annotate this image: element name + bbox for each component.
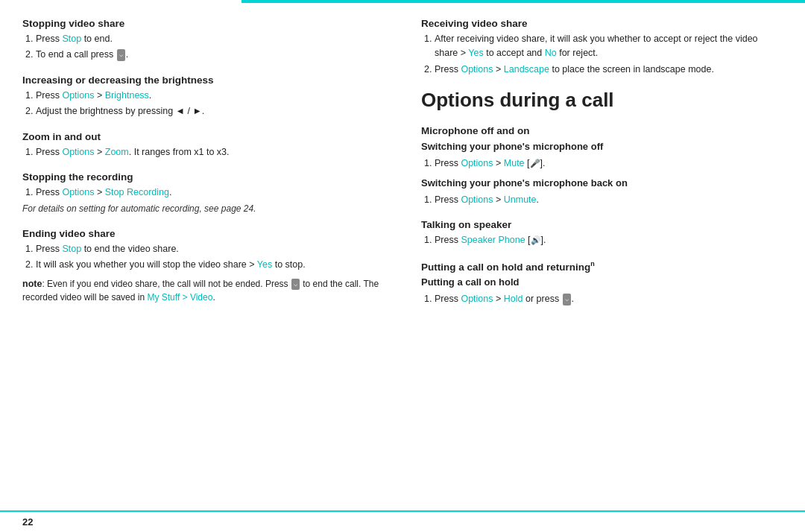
left-column: Stopping video share Press Stop to end. … [22,18,391,503]
list-item: Press Options > Unmute. [435,193,783,207]
link-stop-recording: Stop Recording [105,187,169,197]
italic-note: For details on setting for automatic rec… [22,202,384,216]
link-zoom: Zoom [105,147,129,157]
link-hold: Hold [504,294,523,304]
link-mute: Mute [504,158,525,168]
section-content: Press Options > Brightness. Adjust the b… [22,89,384,119]
list-item: Press Stop to end. [36,32,384,46]
end-call-icon-note: ⌵ [291,279,300,291]
link-stop: Stop [62,244,81,254]
list-item: Press Stop to end the video share. [36,242,384,256]
bottom-bar: 22 [0,510,805,532]
section-brightness: Increasing or decreasing the brightness … [22,75,384,119]
list-item: After receiving video share, it will ask… [435,32,783,61]
list-item: Adjust the brightness by pressing ◄ / ►. [36,104,384,118]
link-brightness: Brightness [105,90,149,101]
section-microphone: Microphone off and on Switching your pho… [421,125,783,207]
footnote-marker: n [590,260,595,267]
section-talking-on-speaker: Talking on speaker Press Speaker Phone [… [421,219,783,247]
link-unmute: Unmute [504,194,537,205]
section-title: Zoom in and out [22,131,384,142]
note-label: note [22,279,42,289]
section-ending-video-share: Ending video share Press Stop to end the… [22,228,384,305]
list-item: It will ask you whether you will stop th… [36,258,384,272]
subsection-mute-off: Switching your phone's microphone off Pr… [421,139,783,171]
section-stopping-video-share: Stopping video share Press Stop to end. … [22,18,384,63]
link-options: Options [461,64,493,75]
link-options: Options [62,90,94,101]
section-content: Press Options > Stop Recording. For deta… [22,186,384,216]
section-content: Switching your phone's microphone off Pr… [421,139,783,207]
note-block: note: Even if you end video share, the c… [22,277,384,305]
link-options: Options [461,294,493,304]
link-yes: Yes [257,259,272,270]
list-item: Press Options > Hold or press ⌵. [435,292,783,306]
link-no: No [545,48,557,58]
section-stopping-recording: Stopping the recording Press Options > S… [22,171,384,216]
section-title: Putting a call on hold and returningn [421,260,783,273]
subsection-title: Switching your phone's microphone back o… [421,176,783,191]
link-landscape: Landscape [504,64,549,75]
section-content: Press Speaker Phone [🔊]. [421,233,783,247]
end-call-icon-hold: ⌵ [563,294,571,305]
section-zoom: Zoom in and out Press Options > Zoom. It… [22,131,384,159]
content-area: Stopping video share Press Stop to end. … [0,3,805,510]
subsection-title: Putting a call on hold [421,275,783,290]
section-content: Press Stop to end the video share. It wi… [22,242,384,305]
main-heading: Options during a call [421,89,783,112]
right-column: Receiving video share After receiving vi… [414,18,783,503]
list-item: To end a call press ⌵. [36,48,384,62]
link-options: Options [62,187,94,197]
section-call-on-hold: Putting a call on hold and returningn Pu… [421,260,783,307]
section-title: Stopping the recording [22,171,384,183]
section-title: Increasing or decreasing the brightness [22,75,384,86]
section-content: Putting a call on hold Press Options > H… [421,275,783,307]
section-title: Ending video share [22,228,384,239]
section-content: After receiving video share, it will ask… [421,32,783,77]
page-container: Stopping video share Press Stop to end. … [0,0,805,532]
subsection-mute-on: Switching your phone's microphone back o… [421,176,783,208]
list-item: Press Options > Zoom. It ranges from x1 … [36,145,384,159]
link-options: Options [461,194,493,205]
link-stop: Stop [62,34,81,44]
list-item: Press Options > Mute [🎤]. [435,156,783,171]
link-speaker-phone: Speaker Phone [461,235,525,245]
list-item: Press Options > Brightness. [36,89,384,103]
subsection-title: Switching your phone's microphone off [421,139,783,154]
section-title: Microphone off and on [421,125,783,136]
list-item: Press Options > Stop Recording. [36,186,384,200]
list-item: Press Options > Landscape to place the s… [435,63,783,77]
section-title: Talking on speaker [421,219,783,230]
end-call-icon: ⌵ [117,49,125,61]
mute-icon: 🎤 [530,157,540,170]
link-options: Options [62,147,94,157]
link-my-stuff-video: My Stuff > Video [147,292,212,303]
section-title: Receiving video share [421,18,783,29]
speaker-icon: 🔊 [531,234,541,247]
section-content: Press Options > Zoom. It ranges from x1 … [22,145,384,159]
section-title: Stopping video share [22,18,384,29]
list-item: Press Speaker Phone [🔊]. [435,233,783,247]
link-options: Options [461,158,493,168]
section-content: Press Stop to end. To end a call press ⌵… [22,32,384,63]
section-receiving-video-share: Receiving video share After receiving vi… [421,18,783,77]
link-yes: Yes [468,48,483,58]
page-number: 22 [22,516,33,528]
